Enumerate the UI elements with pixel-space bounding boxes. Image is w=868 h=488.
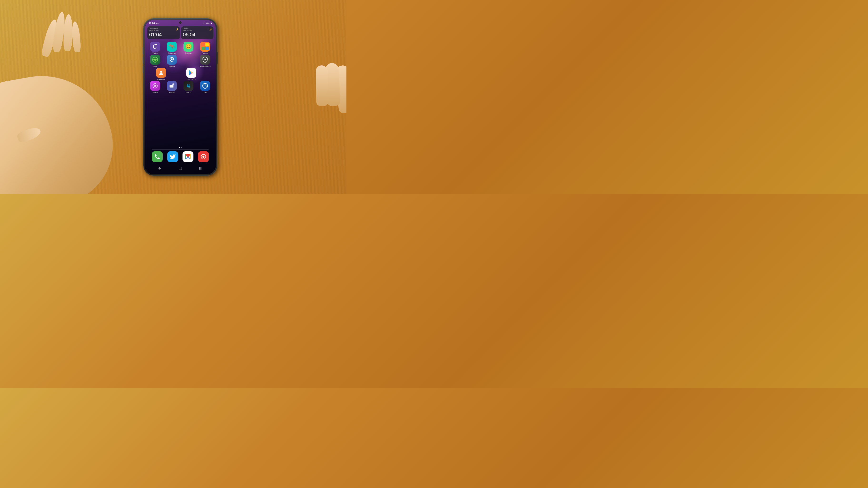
city1-time: 01:04: [149, 32, 178, 38]
kyve-label: Kyve: [153, 65, 157, 67]
svg-point-12: [155, 86, 156, 86]
dock: [145, 149, 216, 164]
playstore-icon-img: [186, 68, 196, 78]
clock-label: Clock: [203, 91, 208, 94]
city2-name: London: [183, 28, 192, 30]
app-careem[interactable]: 😊 Careem: [180, 42, 197, 54]
twitter-icon-img: [167, 151, 178, 162]
gmail-icon-img: [183, 151, 193, 162]
city2-date: Wed, 26 Jan: [183, 30, 192, 31]
playstore-label: Play Store: [187, 78, 195, 80]
svg-rect-25: [201, 167, 202, 170]
kyve-icon-img: [150, 55, 160, 65]
battery-icon: ▮: [211, 22, 212, 25]
app-contacts[interactable]: Contacts: [153, 68, 169, 80]
recents-button[interactable]: [197, 165, 204, 172]
dock-screen-recorder[interactable]: [198, 151, 209, 162]
twitch-label: Twitch: [153, 52, 158, 54]
app-row-4: FinArt T: [147, 81, 214, 94]
app-deliveroo[interactable]: 🦘 Deliveroo: [163, 42, 180, 54]
authenticator-icon-img: [200, 55, 210, 65]
city2-time: 06:04: [183, 32, 212, 38]
app-row-3: Contacts: [147, 68, 214, 80]
right-hand: [260, 58, 346, 155]
city1-name: Jacksonville: [149, 28, 158, 30]
camera-cutout: [179, 22, 182, 24]
screen: 10:04 ● ⊙ ✦ 94% ▮: [145, 20, 216, 174]
dot-2: [181, 147, 182, 148]
app-clock[interactable]: Clock: [197, 81, 213, 94]
gopro-label: GoPro: [186, 91, 191, 94]
city1-emoji: 🌙: [175, 28, 178, 30]
careem-label: Careem: [185, 52, 192, 54]
authenticator-label: Authenticator: [199, 65, 211, 67]
finance-icon-img: [200, 42, 210, 52]
teams-icon-img: T: [167, 81, 177, 91]
app-grid: Twitch 🦘 Deliveroo: [145, 42, 216, 145]
dot-1: [179, 147, 180, 148]
svg-point-9: [160, 71, 162, 73]
svg-rect-1: [156, 46, 156, 47]
clock-icon-img: [200, 81, 210, 91]
power-button[interactable]: [217, 52, 218, 64]
status-left: 10:04 ● ⊙: [149, 22, 159, 25]
svg-point-21: [202, 156, 205, 158]
app-row-1: Twitch 🦘 Deliveroo: [147, 42, 214, 54]
clock-card-jacksonville[interactable]: Jacksonville Wed, 26 Jan 🌙 01:04: [147, 26, 180, 39]
scene: 10:04 ● ⊙ ✦ 94% ▮: [0, 0, 346, 194]
app-kyve[interactable]: Kyve: [147, 55, 163, 67]
app-narwal[interactable]: Narwal: [163, 55, 180, 67]
app-twitch[interactable]: Twitch: [147, 42, 163, 54]
signal-icon: ●: [156, 22, 157, 24]
svg-point-19: [205, 86, 206, 86]
app-gopro[interactable]: GO PRO GoPro: [180, 81, 197, 94]
narwal-label: Narwal: [169, 65, 175, 67]
status-icons: ● ⊙: [156, 22, 159, 24]
app-authenticator[interactable]: Authenticator: [197, 55, 213, 67]
gopro-icon-img: GO PRO: [183, 81, 193, 91]
twitch-icon-img: [150, 42, 160, 52]
city1-date: Wed, 26 Jan: [149, 30, 158, 31]
svg-rect-22: [179, 167, 182, 170]
clock-card-london[interactable]: London Wed, 26 Jan 🌙 06:04: [181, 26, 214, 39]
svg-point-8: [171, 59, 173, 60]
screenrecorder-icon-img: [198, 151, 209, 162]
page-dots: [145, 147, 216, 148]
app-playstore[interactable]: Play Store: [184, 68, 199, 80]
contacts-label: Contacts: [157, 78, 165, 80]
dock-phone[interactable]: [152, 151, 163, 162]
deliveroo-icon-img: 🦘: [167, 42, 177, 52]
phone-icon-img: [152, 151, 163, 162]
phone-outer: 10:04 ● ⊙ ✦ 94% ▮: [144, 19, 217, 175]
battery-percentage: 94%: [206, 22, 210, 25]
svg-rect-24: [200, 167, 200, 170]
bluetooth-icon: ✦: [203, 22, 205, 24]
dock-gmail[interactable]: [183, 151, 193, 162]
nav-bar: [145, 164, 216, 174]
app-row-2: Kyve: [147, 55, 214, 67]
svg-point-3: [154, 59, 156, 61]
city2-emoji: 🌙: [209, 28, 212, 30]
finance-label: Finance: [202, 52, 209, 54]
svg-rect-0: [155, 46, 155, 47]
finart-label: FinArt: [153, 91, 157, 94]
phone-wrapper: 10:04 ● ⊙ ✦ 94% ▮: [144, 19, 217, 175]
svg-text:T: T: [170, 86, 172, 88]
status-time: 10:04: [149, 22, 155, 25]
app-teams[interactable]: T Teams: [163, 81, 180, 94]
teams-label: Teams: [169, 91, 175, 94]
svg-rect-23: [199, 167, 199, 170]
careem-icon-img: 😊: [183, 42, 193, 52]
app-finart[interactable]: FinArt: [147, 81, 163, 94]
status-right: ✦ 94% ▮: [203, 22, 212, 25]
app-finance[interactable]: Finance: [197, 42, 213, 54]
finart-icon-img: [150, 81, 160, 91]
wifi-icon: ⊙: [157, 22, 159, 24]
dock-twitter[interactable]: [167, 151, 178, 162]
clock-widget[interactable]: Jacksonville Wed, 26 Jan 🌙 01:04 London: [147, 26, 213, 39]
deliveroo-label: Deliveroo: [168, 52, 176, 54]
home-button[interactable]: [177, 165, 184, 172]
contacts-icon-img: [156, 68, 166, 78]
narwal-icon-img: [167, 55, 177, 65]
back-button[interactable]: [157, 165, 163, 172]
